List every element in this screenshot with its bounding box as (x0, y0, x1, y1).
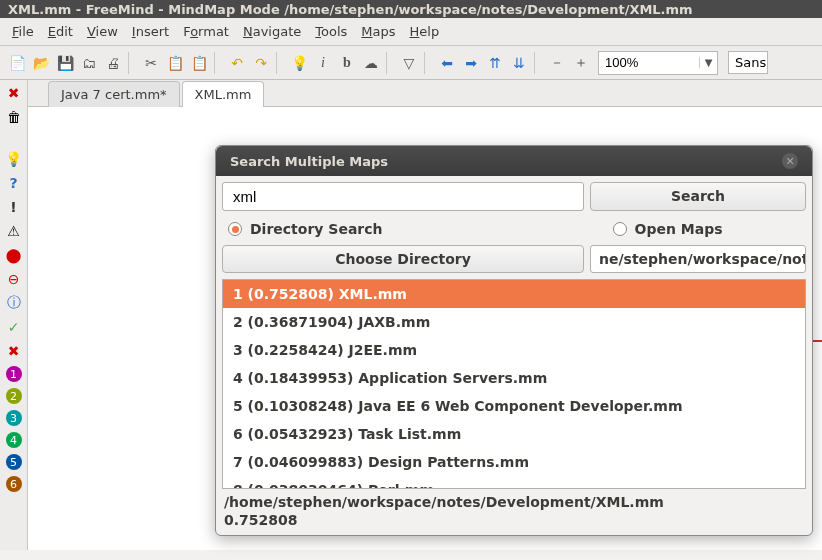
result-row[interactable]: 4 (0.18439953) Application Servers.mm (223, 364, 805, 392)
idea-icon[interactable]: 💡 (5, 150, 23, 168)
search-dialog: Search Multiple Maps ✕ Search Directory … (215, 145, 813, 536)
tabbar: Java 7 cert.mm* XML.mm (28, 80, 822, 107)
save-icon[interactable]: 💾 (54, 52, 76, 74)
dialog-title-text: Search Multiple Maps (230, 154, 388, 169)
zoom-input[interactable] (599, 53, 699, 72)
directory-display: ne/stephen/workspace/notes (590, 245, 806, 273)
menu-edit[interactable]: Edit (42, 22, 79, 41)
prio5-icon[interactable]: 5 (6, 454, 22, 470)
nav-left-icon[interactable]: ⬅ (436, 52, 458, 74)
radio-directory-search[interactable]: Directory Search (228, 221, 383, 237)
copy-icon[interactable]: 📋 (164, 52, 186, 74)
help-icon[interactable]: ? (5, 174, 23, 192)
radio-open-maps[interactable]: Open Maps (613, 221, 723, 237)
chevron-down-icon[interactable]: ▼ (699, 57, 717, 68)
result-row[interactable]: 5 (0.10308248) Java EE 6 Web Component D… (223, 392, 805, 420)
prio6-icon[interactable]: 6 (6, 476, 22, 492)
bold-icon[interactable]: b (336, 52, 358, 74)
italic-icon[interactable]: i (312, 52, 334, 74)
search-input[interactable] (222, 182, 584, 211)
radio-on-icon (228, 222, 242, 236)
remove-icon[interactable]: ✖ (5, 84, 23, 102)
menu-insert[interactable]: Insert (126, 22, 175, 41)
icon-toolbar: ✖ 🗑 💡 ? ! ⚠ ⬤ ⊖ ⓘ ✓ ✖ 1 2 3 4 5 6 (0, 80, 28, 550)
warn-icon[interactable]: ⚠ (5, 222, 23, 240)
menu-maps[interactable]: Maps (355, 22, 401, 41)
menu-view[interactable]: View (81, 22, 124, 41)
cut-icon[interactable]: ✂ (140, 52, 162, 74)
result-row[interactable]: 7 (0.046099883) Design Patterns.mm (223, 448, 805, 476)
zoom-field[interactable]: ▼ (598, 51, 718, 75)
results-list[interactable]: 1 (0.752808) XML.mm 2 (0.36871904) JAXB.… (222, 279, 806, 489)
paste-icon[interactable]: 📋 (188, 52, 210, 74)
cloud-icon[interactable]: ☁ (360, 52, 382, 74)
menu-tools[interactable]: Tools (309, 22, 353, 41)
dialog-titlebar[interactable]: Search Multiple Maps ✕ (216, 146, 812, 176)
window-title: XML.mm - FreeMind - MindMap Mode /home/s… (0, 0, 822, 18)
tab-xml[interactable]: XML.mm (182, 81, 265, 107)
saveall-icon[interactable]: 🗂 (78, 52, 100, 74)
zoom-out-icon[interactable]: － (546, 52, 568, 74)
menu-navigate[interactable]: Navigate (237, 22, 307, 41)
prio3-icon[interactable]: 3 (6, 410, 22, 426)
prio2-icon[interactable]: 2 (6, 388, 22, 404)
stop-icon[interactable]: ⬤ (5, 246, 23, 264)
search-button[interactable]: Search (590, 182, 806, 211)
idea-icon[interactable]: 💡 (288, 52, 310, 74)
redo-icon[interactable]: ↷ (250, 52, 272, 74)
radio-off-icon (613, 222, 627, 236)
choose-directory-button[interactable]: Choose Directory (222, 245, 584, 273)
toolbar: 📄 📂 💾 🗂 🖨 ✂ 📋 📋 ↶ ↷ 💡 i b ☁ ▽ ⬅ ➡ ⇈ ⇊ － … (0, 46, 822, 80)
menu-format[interactable]: Format (177, 22, 235, 41)
canvas[interactable]: Java 7 cert.mm* XML.mm Search Multiple M… (28, 80, 822, 550)
open-icon[interactable]: 📂 (30, 52, 52, 74)
undo-icon[interactable]: ↶ (226, 52, 248, 74)
nav-down-icon[interactable]: ⇊ (508, 52, 530, 74)
status-text: /home/stephen/workspace/notes/Developmen… (222, 489, 806, 529)
trash-icon[interactable]: 🗑 (5, 108, 23, 126)
exclaim-icon[interactable]: ! (5, 198, 23, 216)
menu-help[interactable]: Help (404, 22, 446, 41)
result-row[interactable]: 8 (0.038030464) Perl.mm (223, 476, 805, 489)
nav-right-icon[interactable]: ➡ (460, 52, 482, 74)
menu-file[interactable]: File (6, 22, 40, 41)
zoom-in-icon[interactable]: ＋ (570, 52, 592, 74)
prio4-icon[interactable]: 4 (6, 432, 22, 448)
result-row[interactable]: 3 (0.2258424) J2EE.mm (223, 336, 805, 364)
result-row[interactable]: 2 (0.36871904) JAXB.mm (223, 308, 805, 336)
menubar: File Edit View Insert Format Navigate To… (0, 18, 822, 46)
ok-icon[interactable]: ✓ (5, 318, 23, 336)
minus-icon[interactable]: ⊖ (5, 270, 23, 288)
info-icon[interactable]: ⓘ (5, 294, 23, 312)
no-icon[interactable]: ✖ (5, 342, 23, 360)
nav-up-icon[interactable]: ⇈ (484, 52, 506, 74)
print-icon[interactable]: 🖨 (102, 52, 124, 74)
prio1-icon[interactable]: 1 (6, 366, 22, 382)
tab-java7cert[interactable]: Java 7 cert.mm* (48, 81, 180, 107)
result-row[interactable]: 1 (0.752808) XML.mm (223, 280, 805, 308)
new-icon[interactable]: 📄 (6, 52, 28, 74)
font-select[interactable]: SansS (728, 51, 768, 74)
result-row[interactable]: 6 (0.05432923) Task List.mm (223, 420, 805, 448)
filter-icon[interactable]: ▽ (398, 52, 420, 74)
close-icon[interactable]: ✕ (782, 153, 798, 169)
